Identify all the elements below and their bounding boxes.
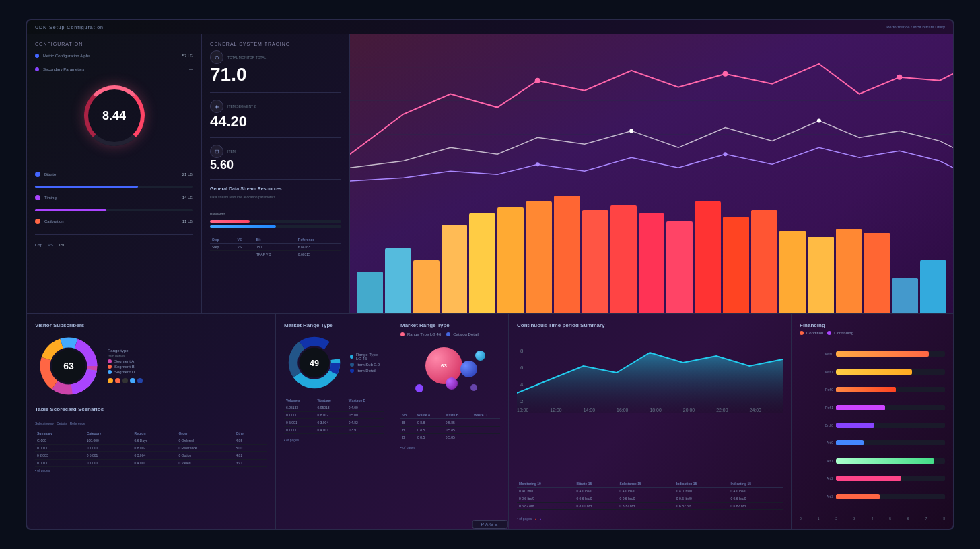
hbar-track-alt1 (836, 458, 945, 464)
right-row-1: 0 4.0 lbs/0 0 4.0 lbs/0 0 4.0 lbs/0 0 4.… (517, 488, 783, 495)
hbar-fill-test1 (836, 369, 912, 375)
legend-item-1c: Segment D (108, 370, 143, 374)
far-label-1: Condition (806, 331, 823, 335)
hbar-track-ord0 (836, 423, 945, 428)
bar-5 (469, 213, 495, 313)
bubble-label-1: Range Type LG 46 (407, 332, 441, 336)
bar-1 (357, 272, 383, 313)
donut-2: 49 (284, 332, 345, 393)
right-th-1: Monitoring 10 (517, 480, 574, 488)
mid2-td-11: 0 5.85 (444, 434, 472, 441)
divider-mid-2 (210, 137, 341, 138)
far-right: Financing Condition Continuing Test 0 (792, 314, 953, 529)
th-vs: VS (235, 236, 254, 244)
area-chart-wrapper: 8 6 4 2 10:00 12:00 14:00 16:00 18:00 20… (517, 332, 783, 476)
right-footer: • of pages ● ● (517, 517, 783, 521)
donut-section-1: 63 Range type Item details Segment A Seg… (35, 332, 267, 400)
header-title: UDN Setup Configuration (35, 25, 104, 30)
mid2-td-8 (472, 427, 500, 434)
right-badge: ● (534, 517, 536, 521)
td-r3-5: 4.82 (234, 452, 267, 460)
small-dot-2 (115, 378, 120, 383)
svg-text:22:00: 22:00 (716, 408, 728, 412)
bottom-mid-1: Market Range Type 49 Range Type LG 45 (276, 314, 392, 529)
bar-7 (526, 201, 552, 313)
mid2-header-row: Vol Waste A Waste B Waste C (400, 412, 500, 419)
right-td-1-4: 0 4.0 lbs/0 (674, 488, 729, 495)
far-right-title: Financing (800, 322, 945, 328)
mid2-row-2: B 0 8.5 0 5.85 (400, 427, 500, 434)
th-bit: Bit (254, 236, 296, 244)
legend-range: Range type (108, 349, 143, 353)
mid1-th-1: Volumes (284, 397, 315, 404)
bar-17 (808, 237, 834, 313)
metric-label-alpha: Metric Configuration Alpha (43, 54, 90, 58)
bottom-left-table: Summary Category Region Order Other Gr10… (35, 430, 267, 467)
td-r4-4: 0 Varied (176, 460, 234, 467)
right-header-row: Monitoring 10 Bitrate 15 Substance 15 In… (517, 480, 783, 488)
dot-2a (350, 355, 353, 359)
mid2-td-7: 0 5.85 (444, 427, 472, 434)
bottom-left-title: Visitor Subscribers (35, 322, 267, 328)
td-r2-2: 0 1.000 (85, 445, 133, 452)
svg-text:14:00: 14:00 (584, 408, 595, 412)
mid2-table: Vol Waste A Waste B Waste C B 0 8.8 0 5.… (400, 412, 500, 441)
mid1-row-4: 0 1.000 0 4.001 0 3.91 (284, 427, 384, 434)
mid1-td-9: 0 4.82 (347, 419, 384, 427)
dot-calib (35, 219, 40, 224)
mid2-th-2: Waste A (415, 412, 444, 419)
x-label-8: 8 (943, 517, 945, 521)
dot-series-3a (536, 162, 540, 166)
td-1-2: VS (235, 244, 254, 251)
bubble-area: 63 (400, 340, 500, 408)
mid2-th-4: Waste C (472, 412, 500, 419)
label-2b: Item Sub 3.0 (357, 363, 380, 367)
mid-table: Step VS Bit Reference Step VS 150 6.8416… (210, 236, 341, 258)
slider-section: Bandwidth (210, 206, 341, 228)
right-row-2: 0 0.6 lbs/0 0 0.6 lbs/0 0 0.6 lbs/0 0 0.… (517, 495, 783, 503)
table-data-row-1: Gr100 100.000 0.6 Days 0 Ordered 4.95 (35, 437, 267, 445)
td-r4-2: 0 1.000 (85, 460, 133, 467)
label-bitrate: Bitrate (44, 172, 56, 176)
right-td-3-5: 0 6.82 ord (728, 503, 783, 510)
far-label-2: Continuing (834, 331, 853, 335)
val-calib: 11 LG (182, 219, 193, 223)
dot-series-2b (629, 129, 633, 133)
slider-track-1 (210, 220, 341, 223)
area-chart-svg: 8 6 4 2 10:00 12:00 14:00 16:00 18:00 20… (517, 332, 783, 413)
legend-dot-1b (108, 365, 112, 369)
mid1-td-5: 0 8.002 (315, 412, 346, 419)
bar-15 (751, 210, 777, 313)
hbar-row-ref1: Ref 1 (800, 405, 945, 410)
footer-bar: PAGE (473, 520, 508, 529)
metric1-label: TOTAL MONITOR TOTAL (228, 55, 266, 59)
hbar-chart: Test 0 Test 1 Ref 0 (800, 340, 945, 511)
mid1-row-2: 0 1.000 0 8.002 0 5.00 (284, 412, 384, 419)
table-subtitle-1: Subcategory Details Reference (35, 421, 85, 425)
big-num-3: 5.60 (210, 158, 234, 172)
area-fill (517, 353, 783, 413)
bottom-section: Visitor Subscribers 63 (27, 314, 953, 529)
right-td-2-1: 0 0.6 lbs/0 (517, 495, 574, 503)
svg-text:24:00: 24:00 (750, 408, 761, 412)
td-r2-5: 5.00 (234, 445, 267, 452)
hbar-track-alt2 (836, 476, 945, 481)
big-metric-3: 5.60 (210, 158, 341, 172)
right-footer-text: • of pages (517, 517, 532, 521)
hbar-row-alt1: Alt 1 (800, 458, 945, 464)
right-td-3-3: 0 8.32 ord (618, 503, 674, 510)
gauge: 8.44 (84, 85, 145, 146)
top-section: Configuration Metric Configuration Alpha… (27, 34, 953, 314)
hbar-track-ref1 (836, 405, 945, 410)
x-label-0: 0 (800, 517, 802, 521)
legend-label-1a: Segment A (114, 359, 134, 363)
right-td-3-2: 0 8.01 ord (574, 503, 617, 510)
table-footer-1: • of pages (35, 468, 267, 472)
mid1-td-3: 0 4.00 (347, 404, 384, 412)
td-r3-1: 0 2.003 (35, 452, 85, 460)
divider-mid-1 (210, 92, 341, 93)
bottom-mid-2: Market Range Type Range Type LG 46 Catal… (392, 314, 509, 529)
far-legend-1: Condition (800, 331, 823, 335)
x-label-5: 5 (889, 517, 891, 521)
chart-area (350, 34, 953, 313)
